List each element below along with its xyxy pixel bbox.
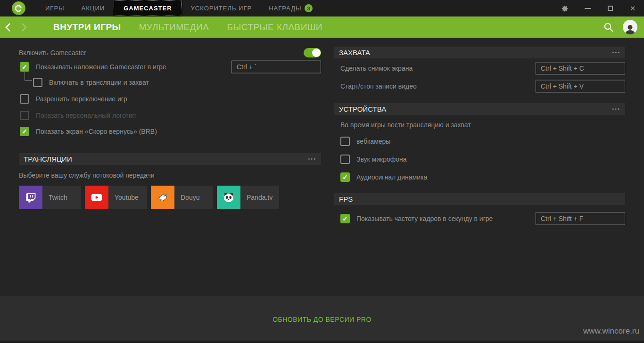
twitch-label: Twitch [42,186,81,209]
brb-screen-checkbox[interactable]: ✓ [20,127,29,136]
mic-sound-checkbox[interactable]: ✓ [340,155,350,164]
devices-menu-button[interactable]: ••• [612,106,620,112]
personal-logo-row: ✓ Показать персональный логотип [19,110,321,121]
avatar-icon [624,24,636,34]
youtube-label: Youtube [108,186,147,209]
overlay-hotkey-field[interactable]: Ctrl + ` [231,60,321,73]
tab-gamecaster-label: GAMECASTER [124,5,172,12]
devices-subtitle: Во время игры вести трансляцию и захват [340,121,471,129]
broken-ring-icon [14,4,23,13]
broadcast-subtitle: Выберите вашу службу потоковой передачи [19,172,155,179]
douyu-icon [151,186,174,209]
broadcast-section-header: ТРАНСЛЯЦИИ ••• [19,153,321,165]
fps-counter-label: Показывать частоту кадров в секунду в иг… [356,215,493,222]
screenshot-hotkey-field[interactable]: Ctrl + Shift + C [536,62,625,74]
tab-deals-label: АКЦИИ [82,5,105,12]
minimize-button[interactable] [576,0,599,16]
service-tile-panda[interactable]: Panda.tv [217,186,279,209]
speaker-audio-row: ✓ Аудиосигнал динамика [334,172,625,182]
enable-gamecaster-label: Включить Gamecaster [19,49,86,57]
tab-games[interactable]: ИГРЫ [37,0,73,16]
fps-section-header: FPS [334,193,625,205]
section-navbar: ВНУТРИ ИГРЫ МУЛЬТИМЕДИА БЫСТРЫЕ КЛАВИШИ [0,16,644,38]
back-button[interactable] [0,23,16,32]
brb-screen-label: Показать экран «Скоро вернусь» (BRB) [36,128,157,135]
subtab-hotkeys[interactable]: БЫСТРЫЕ КЛАВИШИ [218,22,331,33]
profile-button[interactable] [623,20,637,34]
panda-tv-icon [217,186,240,209]
top-tab-strip: ИГРЫ АКЦИИ GAMECASTER УСКОРИТЕЛЬ ИГР НАГ… [37,0,321,16]
service-tile-twitch[interactable]: Twitch [19,186,81,209]
webcam-checkbox[interactable]: ✓ [340,137,350,146]
capture-settings-column: ЗАХВАТА ••• Сделать снимок экрана Ctrl +… [334,47,625,225]
screenshot-row: Сделать снимок экрана Ctrl + Shift + C [334,62,625,74]
switch-games-label: Разрешить переключение игр [36,95,127,103]
subtab-in-game-label: ВНУТРИ ИГРЫ [53,22,121,32]
rewards-count-badge: 3 [305,4,313,12]
maximize-button[interactable] [599,0,621,16]
fps-hotkey-field[interactable]: Ctrl + Shift + F [536,212,625,225]
mic-sound-label: Звук микрофона [356,155,407,163]
forward-button[interactable] [16,23,32,32]
tab-rewards[interactable]: НАГРАДЫ 3 [260,0,321,16]
webcam-label: вебкамеры [356,138,390,145]
tab-game-booster[interactable]: УСКОРИТЕЛЬ ИГР [182,0,261,16]
subtab-multimedia-label: МУЛЬТИМЕДИА [139,22,209,32]
search-icon [603,22,614,33]
maximize-icon [608,6,613,11]
record-video-row: Старт/стоп записи видео Ctrl + Shift + V [334,80,625,92]
youtube-icon [85,186,108,209]
tab-game-booster-label: УСКОРИТЕЛЬ ИГР [191,5,252,12]
douyu-label: Douyu [174,186,213,209]
upgrade-pro-link[interactable]: ОБНОВИТЬ ДО ВЕРСИИ PRO [0,316,644,323]
overlay-row: ✓ Показывать наложение Gamecaster в игре… [19,60,321,73]
personal-logo-checkbox: ✓ [20,111,29,120]
switch-games-checkbox[interactable]: ✓ [20,94,29,104]
gamecaster-subnav: ВНУТРИ ИГРЫ МУЛЬТИМЕДИА БЫСТРЫЕ КЛАВИШИ [44,22,331,33]
speaker-audio-checkbox[interactable]: ✓ [340,172,350,182]
settings-button[interactable] [553,0,576,16]
subtab-hotkeys-label: БЫСТРЫЕ КЛАВИШИ [227,22,322,32]
service-tile-youtube[interactable]: Youtube [85,186,147,209]
close-icon: ✕ [630,5,636,12]
include-broadcast-label: Включать в трансляции и захват [49,79,149,86]
tab-gamecaster[interactable]: GAMECASTER [113,0,182,16]
webcam-row: ✓ вебкамеры [334,136,625,147]
fps-counter-checkbox[interactable]: ✓ [340,214,350,223]
tab-rewards-label: НАГРАДЫ [269,5,301,12]
cortex-logo-icon [12,1,25,15]
capture-menu-button[interactable]: ••• [612,50,620,55]
devices-subtitle-row: Во время игры вести трансляцию и захват [334,121,625,129]
app-logo[interactable] [0,0,37,16]
watermark-text: www.wincore.ru [583,327,639,336]
service-tile-douyu[interactable]: Douyu [151,186,213,209]
record-video-hotkey-field[interactable]: Ctrl + Shift + V [536,80,625,92]
capture-section-title: ЗАХВАТА [339,49,370,57]
broadcast-subtitle-row: Выберите вашу службу потоковой передачи [19,171,321,180]
enable-gamecaster-toggle[interactable] [304,48,321,57]
include-broadcast-checkbox[interactable]: ✓ [33,78,42,87]
chevron-right-icon [21,23,27,32]
gear-icon [561,5,569,12]
close-button[interactable]: ✕ [621,0,644,16]
capture-section-header: ЗАХВАТА ••• [334,47,625,58]
settings-content: Включить Gamecaster ✓ Показывать наложен… [0,38,644,296]
overlay-label: Показывать наложение Gamecaster в игре [36,63,166,71]
subtab-in-game[interactable]: ВНУТРИ ИГРЫ [44,22,130,33]
app-window: ИГРЫ АКЦИИ GAMECASTER УСКОРИТЕЛЬ ИГР НАГ… [0,0,644,343]
fps-counter-row: ✓ Показывать частоту кадров в секунду в … [334,212,625,225]
broadcast-menu-button[interactable]: ••• [308,156,316,162]
window-controls: ✕ [553,0,644,16]
minimize-icon [585,8,591,9]
footer-bar: ОБНОВИТЬ ДО ВЕРСИИ PRO www.wincore.ru [0,296,644,343]
devices-section-header: УСТРОЙСТВА ••• [334,103,625,115]
streaming-services: Twitch Youtube [19,186,321,209]
subtab-multimedia[interactable]: МУЛЬТИМЕДИА [130,22,218,33]
search-button[interactable] [603,22,614,33]
twitch-icon [19,186,42,209]
speaker-audio-label: Аудиосигнал динамика [356,173,427,181]
toggle-knob [312,49,321,57]
tab-deals[interactable]: АКЦИИ [73,0,114,16]
fps-section-title: FPS [339,195,353,203]
panda-tv-label: Panda.tv [240,186,279,209]
